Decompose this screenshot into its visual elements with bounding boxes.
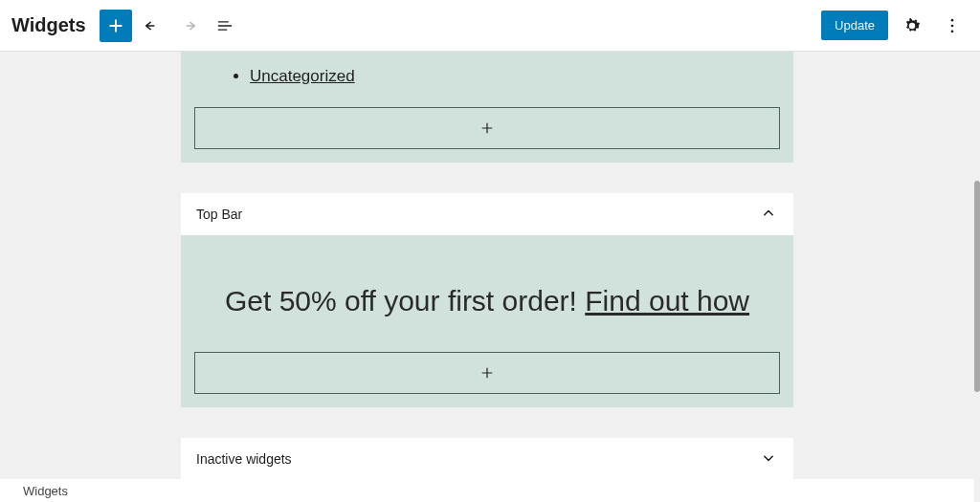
widget-area-title: Inactive widgets bbox=[196, 451, 292, 467]
breadcrumb-item[interactable]: Widgets bbox=[23, 484, 68, 498]
promo-link[interactable]: Find out how bbox=[585, 285, 749, 316]
toolbar-right: Update bbox=[821, 10, 969, 42]
list-item: Uncategorized bbox=[250, 65, 767, 88]
more-options-button[interactable] bbox=[936, 10, 969, 42]
settings-button[interactable] bbox=[896, 10, 928, 42]
widget-area-inactive: Inactive widgets bbox=[181, 438, 793, 479]
page-title: Widgets bbox=[11, 14, 86, 36]
chevron-up-icon bbox=[759, 204, 778, 226]
paragraph-block[interactable]: Get 50% off your first order! Find out h… bbox=[194, 256, 780, 352]
categories-list: Uncategorized bbox=[208, 65, 767, 88]
plus-icon bbox=[479, 364, 496, 382]
toolbar-left bbox=[100, 10, 241, 42]
widget-area-title: Top Bar bbox=[196, 207, 242, 222]
vertical-scrollbar[interactable] bbox=[974, 0, 980, 502]
category-link[interactable]: Uncategorized bbox=[250, 67, 355, 85]
promo-text: Get 50% off your first order! bbox=[225, 285, 585, 316]
list-view-button[interactable] bbox=[209, 10, 241, 42]
chevron-down-icon bbox=[759, 448, 778, 470]
editor-top-bar: Widgets Update bbox=[0, 0, 980, 52]
breadcrumb-bar: Widgets bbox=[0, 479, 980, 502]
plus-icon bbox=[479, 120, 496, 137]
undo-button[interactable] bbox=[136, 10, 168, 42]
widget-area-header[interactable]: Inactive widgets bbox=[181, 438, 793, 479]
widget-area-header[interactable]: Top Bar bbox=[181, 193, 793, 235]
scrollbar-thumb[interactable] bbox=[974, 181, 980, 392]
svg-point-2 bbox=[951, 30, 954, 33]
widget-area-body: Get 50% off your first order! Find out h… bbox=[181, 235, 793, 407]
add-block-button[interactable] bbox=[100, 10, 132, 42]
block-appender[interactable] bbox=[194, 352, 780, 394]
editor-canvas[interactable]: Uncategorized Top Bar Get 50% off your f… bbox=[0, 52, 974, 479]
categories-block[interactable]: Uncategorized bbox=[194, 65, 780, 107]
block-appender[interactable] bbox=[194, 107, 780, 149]
update-button[interactable]: Update bbox=[821, 11, 888, 40]
redo-button[interactable] bbox=[172, 10, 205, 42]
widget-area-top-bar: Top Bar Get 50% off your first order! Fi… bbox=[181, 193, 793, 407]
svg-point-1 bbox=[951, 24, 954, 27]
svg-point-0 bbox=[951, 18, 954, 21]
widget-area-body-partial: Uncategorized bbox=[181, 52, 793, 163]
